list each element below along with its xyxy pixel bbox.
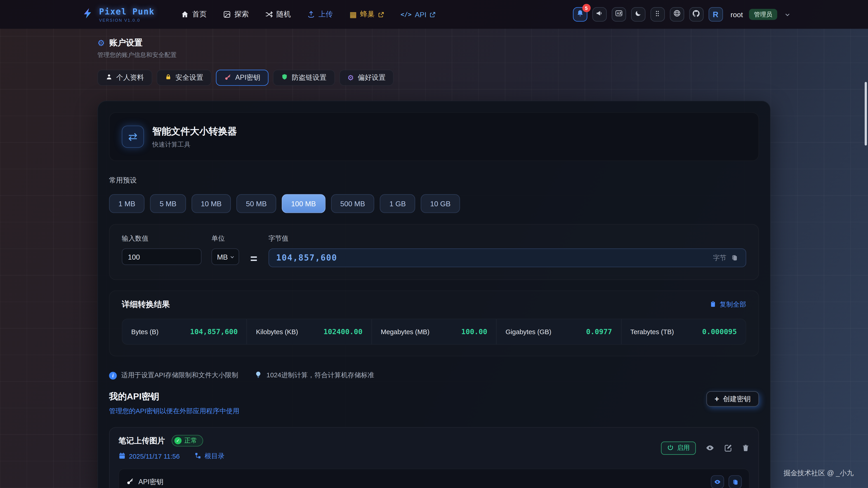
nav-home[interactable]: 首页 — [181, 9, 207, 20]
api-key-card: 笔记上传图片 ✓ 正常 2025/11/17 11:56 — [109, 427, 759, 488]
key-icon — [224, 73, 231, 82]
github-icon — [692, 9, 700, 20]
api-keys-subtitle: 管理您的API密钥以便在外部应用程序中使用 — [109, 407, 239, 416]
nav-upload[interactable]: 上传 — [307, 9, 333, 20]
preset-50mb[interactable]: 50 MB — [237, 194, 276, 213]
key-actions: 启用 — [661, 435, 749, 461]
preset-500mb[interactable]: 500 MB — [331, 194, 375, 213]
tab-label: 个人资料 — [116, 73, 144, 83]
calendar-icon — [119, 452, 126, 461]
page-subtitle: 管理您的账户信息和安全配置 — [97, 51, 771, 59]
enable-button[interactable]: 启用 — [661, 441, 696, 455]
enable-label: 启用 — [677, 444, 690, 452]
results-panel: 详细转换结果 复制全部 Bytes (B) 104,857,600 Kiloby… — [109, 291, 759, 356]
preset-1mb[interactable]: 1 MB — [109, 194, 145, 213]
bytes-label: 字节值 — [268, 234, 746, 243]
copy-all-button[interactable]: 复制全部 — [710, 300, 746, 309]
tab-label: 安全设置 — [176, 73, 203, 83]
chevron-down-icon[interactable] — [784, 11, 790, 18]
nav-label: 上传 — [318, 9, 333, 20]
external-link-icon — [430, 11, 436, 18]
swap-arrows-icon: ⇄ — [122, 126, 144, 148]
nav-random[interactable]: 随机 — [266, 9, 291, 20]
tab-label: 偏好设置 — [358, 73, 385, 83]
result-value: 0.0977 — [586, 328, 612, 336]
copy-key-button[interactable] — [728, 475, 742, 488]
nav-label: API — [415, 10, 426, 19]
reveal-key-button[interactable] — [711, 475, 724, 488]
create-key-button[interactable]: + 创建密钥 — [706, 391, 759, 407]
lightbulb-icon — [255, 371, 262, 380]
tab-label: 防盗链设置 — [292, 73, 327, 83]
header-actions: 5 A R root 管理员 — [573, 7, 790, 22]
result-label: Terabytes (TB) — [630, 328, 674, 335]
api-key-label: API密钥 — [138, 477, 163, 487]
notifications-button[interactable]: 5 — [573, 7, 587, 22]
tab-preferences[interactable]: ⚙ 偏好设置 — [339, 70, 394, 86]
nav-explore[interactable]: 探索 — [223, 9, 249, 20]
result-value: 104,857,600 — [190, 328, 238, 336]
preset-1gb[interactable]: 1 GB — [380, 194, 415, 213]
preset-buttons: 1 MB 5 MB 10 MB 50 MB 100 MB 500 MB 1 GB… — [109, 194, 759, 213]
language-button[interactable]: A — [612, 7, 626, 22]
create-key-label: 创建密钥 — [723, 394, 750, 404]
converter-subtitle: 快速计算工具 — [152, 140, 237, 149]
tab-hotlink[interactable]: 防盗链设置 — [273, 70, 335, 86]
converter-header: ⇄ 智能文件大小转换器 快速计算工具 — [109, 112, 759, 161]
equals-sign: = — [249, 251, 258, 267]
input-value-label: 输入数值 — [122, 234, 202, 243]
megaphone-icon — [595, 9, 603, 20]
result-label: Megabytes (MB) — [381, 328, 430, 335]
preset-10mb[interactable]: 10 MB — [191, 194, 231, 213]
announcements-button[interactable] — [592, 7, 607, 22]
unit-select[interactable]: MB — [212, 249, 239, 265]
github-button[interactable] — [689, 7, 704, 22]
main-content: ⚙ 账户设置 管理您的账户信息和安全配置 个人资料 安全设置 API密钥 防盗链… — [97, 38, 771, 488]
edit-icon[interactable] — [724, 444, 733, 452]
preset-10gb[interactable]: 10 GB — [421, 194, 460, 213]
directory-link[interactable]: 根目录 — [194, 451, 225, 461]
main-nav: 首页 探索 随机 上传 ▦ 蜂巢 </> API — [181, 9, 436, 20]
result-label: Bytes (B) — [131, 328, 158, 335]
created-date: 2025/11/17 11:56 — [119, 452, 180, 461]
bytes-result-box: 104,857,600 字节 — [268, 249, 746, 267]
bytes-suffix-label: 字节 — [713, 253, 726, 263]
globe-button[interactable] — [670, 7, 684, 22]
bytes-value: 104,857,600 — [276, 253, 337, 263]
power-icon — [667, 444, 674, 452]
shuffle-icon — [266, 11, 273, 18]
folder-tree-icon — [194, 452, 202, 461]
copy-icon[interactable] — [731, 254, 739, 262]
tab-profile[interactable]: 个人资料 — [97, 70, 152, 86]
logo[interactable]: Pixel Punk VERSION V1.0.0 — [82, 6, 155, 22]
role-badge: 管理员 — [749, 9, 777, 20]
unit-value: MB — [217, 253, 228, 261]
hive-grid-icon: ▦ — [349, 11, 357, 18]
gear-icon: ⚙ — [97, 39, 105, 47]
nav-label: 探索 — [235, 9, 249, 20]
nav-api[interactable]: </> API — [401, 10, 436, 19]
dark-mode-button[interactable] — [631, 7, 645, 22]
tab-api-keys[interactable]: API密钥 — [216, 70, 269, 86]
avatar[interactable]: R — [708, 7, 723, 22]
scrollbar-thumb[interactable] — [865, 82, 867, 145]
app-title: Pixel Punk — [99, 6, 155, 16]
tab-security[interactable]: 安全设置 — [157, 70, 211, 86]
chevron-down-icon — [230, 253, 235, 261]
delete-icon[interactable] — [742, 444, 749, 452]
result-label: Kilobytes (KB) — [256, 328, 298, 335]
person-icon — [106, 74, 112, 82]
external-link-icon — [378, 11, 384, 18]
gear-icon: ⚙ — [347, 74, 354, 81]
result-value: 100.00 — [461, 328, 487, 336]
clipboard-icon — [710, 300, 716, 309]
preset-5mb[interactable]: 5 MB — [150, 194, 186, 213]
settings-tabs: 个人资料 安全设置 API密钥 防盗链设置 ⚙ 偏好设置 — [97, 70, 771, 86]
apps-button[interactable] — [650, 7, 665, 22]
copy-all-label: 复制全部 — [720, 300, 746, 309]
view-icon[interactable] — [705, 444, 715, 452]
preset-100mb[interactable]: 100 MB — [282, 194, 325, 213]
info-icon: i — [109, 371, 117, 379]
value-input[interactable] — [122, 249, 202, 265]
nav-hive[interactable]: ▦ 蜂巢 — [349, 9, 384, 20]
